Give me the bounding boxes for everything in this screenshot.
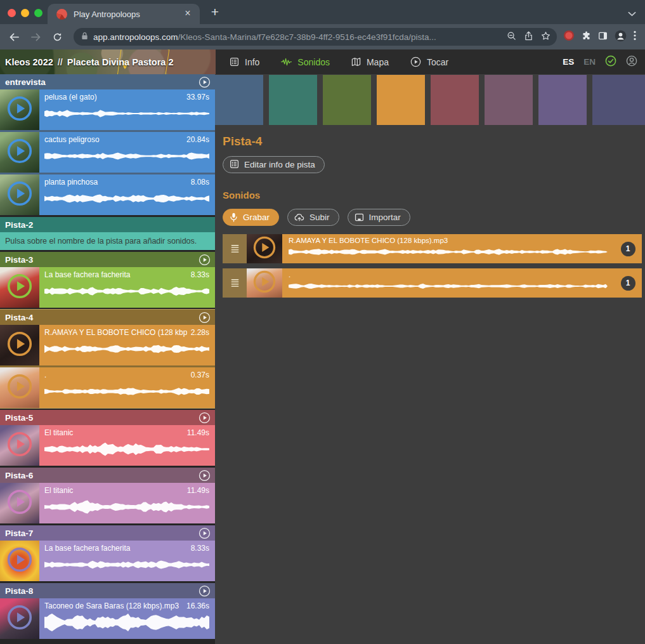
clip-thumbnail[interactable] — [0, 483, 39, 523]
project-banner[interactable]: Kleos 2022 // Placeta Divina Pastora 2 — [0, 49, 216, 74]
clip-thumbnail[interactable] — [0, 174, 39, 215]
clip-row[interactable]: planta pinchosa8.08s — [0, 174, 215, 215]
track-header[interactable]: Pista-7 — [0, 525, 215, 541]
track-tile[interactable] — [215, 75, 263, 125]
track-play-button[interactable] — [199, 527, 211, 539]
clip-play-overlay-icon[interactable] — [7, 431, 32, 459]
nav-item-tocar[interactable]: Tocar — [410, 56, 448, 67]
track-tile[interactable] — [592, 75, 645, 125]
clip-waveform[interactable] — [44, 611, 209, 634]
clip-row[interactable]: Taconeo de Sara Baras (128 kbps).mp316.3… — [0, 598, 215, 639]
track-header[interactable]: Pista-3 — [0, 252, 215, 267]
edit-track-info-button[interactable]: Editar info de pista — [223, 156, 325, 173]
track-tile[interactable] — [377, 75, 425, 125]
clip-thumbnail[interactable] — [0, 132, 39, 173]
drag-handle[interactable] — [223, 268, 247, 298]
clip-play-overlay-icon[interactable] — [7, 605, 32, 633]
clip-thumbnail[interactable] — [0, 325, 39, 365]
clip-thumbnail[interactable] — [0, 598, 39, 639]
drag-handle[interactable] — [223, 234, 247, 263]
bookmark-star-icon[interactable] — [541, 31, 551, 43]
track-play-button[interactable] — [199, 76, 211, 88]
track-play-button[interactable] — [199, 585, 211, 597]
url-bar[interactable]: app.antropoloops.com/Kleos-Santa-Marina/… — [74, 28, 557, 46]
clip-thumbnail[interactable] — [0, 267, 39, 308]
clip-row[interactable]: .0.37s — [0, 367, 215, 408]
clip-thumbnail[interactable] — [0, 425, 39, 466]
track-header[interactable]: Pista-2 — [0, 217, 215, 232]
nav-item-sonidos[interactable]: Sonidos — [281, 57, 330, 67]
clip-row[interactable]: El titanic11.49s — [0, 483, 215, 523]
zoom-icon[interactable] — [507, 31, 516, 43]
clip-play-overlay-icon[interactable] — [7, 96, 32, 124]
nav-item-mapa[interactable]: Mapa — [351, 57, 389, 67]
track-tile[interactable] — [485, 75, 533, 125]
clip-row[interactable]: La base fachera facherita8.33s — [0, 267, 215, 308]
share-icon[interactable] — [524, 31, 533, 43]
sound-waveform[interactable] — [289, 244, 608, 260]
clip-row[interactable]: R.AMAYA Y EL BOBOTE CHICO (128 kbps)....… — [0, 325, 215, 365]
reload-button[interactable] — [47, 27, 67, 47]
track-header[interactable]: Pista-4 — [0, 310, 215, 325]
lang-es[interactable]: ES — [563, 57, 574, 67]
sound-thumbnail[interactable] — [247, 268, 282, 298]
track-header[interactable]: Pista-8 — [0, 583, 215, 598]
grabar-button[interactable]: Grabar — [223, 209, 279, 226]
lock-icon[interactable] — [81, 31, 88, 43]
account-icon[interactable] — [626, 55, 637, 69]
track-tile[interactable] — [538, 75, 587, 125]
clip-waveform[interactable] — [44, 187, 209, 210]
clip-play-overlay-icon[interactable] — [7, 331, 32, 359]
record-extension-icon[interactable] — [563, 30, 575, 44]
clip-waveform[interactable] — [44, 553, 209, 576]
track-tile[interactable] — [323, 75, 371, 125]
tab-search-chevron-icon[interactable] — [628, 8, 636, 19]
sound-play-overlay-icon[interactable] — [253, 236, 276, 261]
sound-play-overlay-icon[interactable] — [253, 270, 276, 296]
sound-row[interactable]: .1 — [223, 268, 642, 298]
new-tab-button[interactable]: + — [207, 6, 223, 18]
importar-button[interactable]: Importar — [348, 209, 410, 226]
lang-en[interactable]: EN — [583, 57, 596, 67]
clip-play-overlay-icon[interactable] — [7, 547, 32, 575]
track-tile[interactable] — [431, 75, 479, 125]
track-play-button[interactable] — [199, 312, 211, 324]
menu-icon[interactable] — [634, 30, 636, 43]
track-play-button[interactable] — [199, 470, 211, 482]
clip-play-overlay-icon[interactable] — [7, 273, 32, 301]
clip-thumbnail[interactable] — [0, 367, 39, 408]
tab-close-icon[interactable]: × — [182, 8, 193, 20]
browser-tab[interactable]: Play Antropoloops × — [48, 4, 200, 24]
clip-play-overlay-icon[interactable] — [7, 489, 32, 517]
clip-waveform[interactable] — [44, 496, 209, 518]
clip-thumbnail[interactable] — [0, 541, 39, 581]
clip-row[interactable]: La base fachera facherita8.33s — [0, 541, 215, 581]
clip-row[interactable]: El titanic11.49s — [0, 425, 215, 466]
track-header[interactable]: Pista-5 — [0, 410, 215, 425]
traffic-light-minimize[interactable] — [21, 9, 29, 17]
track-header[interactable]: Pista-6 — [0, 468, 215, 483]
traffic-light-close[interactable] — [8, 9, 16, 17]
clip-waveform[interactable] — [44, 145, 209, 168]
track-header[interactable]: entrevista — [0, 74, 215, 89]
clip-waveform[interactable] — [44, 102, 209, 125]
clip-waveform[interactable] — [44, 280, 209, 303]
clip-waveform[interactable] — [44, 338, 209, 360]
sound-thumbnail[interactable] — [247, 234, 282, 263]
subir-button[interactable]: Subir — [287, 209, 339, 226]
track-play-button[interactable] — [199, 254, 211, 266]
track-play-button[interactable] — [199, 412, 211, 424]
sound-row[interactable]: R.AMAYA Y EL BOBOTE CHICO (128 kbps).mp3… — [223, 234, 642, 263]
clip-play-overlay-icon[interactable] — [7, 138, 32, 166]
nav-item-info[interactable]: Info — [230, 57, 259, 67]
back-button[interactable] — [4, 27, 24, 47]
profile-avatar[interactable] — [615, 30, 627, 44]
clip-row[interactable]: cactus peligroso20.84s — [0, 132, 215, 173]
clip-row[interactable]: pelusa (el gato)33.97s — [0, 89, 215, 130]
clip-thumbnail[interactable] — [0, 89, 39, 130]
traffic-light-maximize[interactable] — [34, 9, 42, 17]
clip-waveform[interactable] — [44, 380, 209, 403]
extensions-puzzle-icon[interactable] — [582, 31, 591, 43]
sound-waveform[interactable] — [289, 279, 608, 294]
forward-button[interactable] — [25, 27, 46, 47]
